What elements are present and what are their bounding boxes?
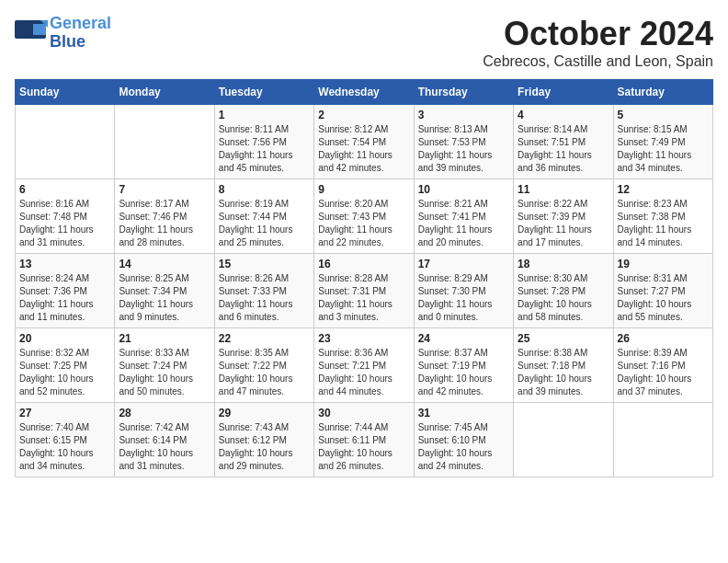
calendar-cell: 11Sunrise: 8:22 AM Sunset: 7:39 PM Dayli… bbox=[514, 179, 613, 254]
weekday-header-thursday: Thursday bbox=[414, 80, 513, 105]
weekday-header-wednesday: Wednesday bbox=[314, 80, 414, 105]
day-number: 7 bbox=[119, 183, 210, 196]
calendar-cell: 15Sunrise: 8:26 AM Sunset: 7:33 PM Dayli… bbox=[214, 254, 313, 328]
day-info: Sunrise: 8:25 AM Sunset: 7:34 PM Dayligh… bbox=[119, 272, 210, 324]
day-info: Sunrise: 8:16 AM Sunset: 7:48 PM Dayligh… bbox=[19, 198, 110, 249]
day-info: Sunrise: 7:45 AM Sunset: 6:10 PM Dayligh… bbox=[418, 421, 509, 473]
calendar-cell: 13Sunrise: 8:24 AM Sunset: 7:36 PM Dayli… bbox=[16, 254, 115, 328]
day-info: Sunrise: 8:39 AM Sunset: 7:16 PM Dayligh… bbox=[618, 347, 709, 398]
day-info: Sunrise: 8:32 AM Sunset: 7:25 PM Dayligh… bbox=[19, 347, 110, 398]
day-number: 10 bbox=[418, 183, 509, 196]
calendar-cell: 22Sunrise: 8:35 AM Sunset: 7:22 PM Dayli… bbox=[214, 328, 313, 403]
calendar-cell: 9Sunrise: 8:20 AM Sunset: 7:43 PM Daylig… bbox=[314, 179, 414, 254]
calendar-cell: 18Sunrise: 8:30 AM Sunset: 7:28 PM Dayli… bbox=[514, 254, 613, 328]
day-info: Sunrise: 8:24 AM Sunset: 7:36 PM Dayligh… bbox=[19, 272, 110, 324]
day-number: 13 bbox=[19, 258, 110, 270]
day-info: Sunrise: 8:35 AM Sunset: 7:22 PM Dayligh… bbox=[219, 347, 310, 398]
day-number: 6 bbox=[19, 183, 110, 196]
title-block: October 2024 Cebrecos, Castille and Leon… bbox=[483, 15, 713, 70]
day-number: 25 bbox=[518, 332, 609, 345]
day-info: Sunrise: 7:42 AM Sunset: 6:14 PM Dayligh… bbox=[119, 421, 210, 473]
calendar-cell: 31Sunrise: 7:45 AM Sunset: 6:10 PM Dayli… bbox=[414, 403, 513, 477]
day-info: Sunrise: 8:26 AM Sunset: 7:33 PM Dayligh… bbox=[219, 272, 310, 324]
weekday-header-row: SundayMondayTuesdayWednesdayThursdayFrid… bbox=[16, 80, 713, 105]
day-number: 24 bbox=[418, 332, 509, 345]
calendar-cell: 29Sunrise: 7:43 AM Sunset: 6:12 PM Dayli… bbox=[214, 403, 313, 477]
calendar-cell: 7Sunrise: 8:17 AM Sunset: 7:46 PM Daylig… bbox=[115, 179, 214, 254]
day-number: 15 bbox=[219, 258, 310, 270]
day-number: 9 bbox=[318, 183, 409, 196]
calendar-cell: 30Sunrise: 7:44 AM Sunset: 6:11 PM Dayli… bbox=[314, 403, 414, 477]
day-number: 8 bbox=[219, 183, 310, 196]
calendar-cell bbox=[613, 403, 712, 477]
week-row-2: 6Sunrise: 8:16 AM Sunset: 7:48 PM Daylig… bbox=[16, 179, 713, 254]
day-number: 12 bbox=[618, 183, 709, 196]
svg-marker-1 bbox=[33, 24, 46, 35]
day-number: 23 bbox=[318, 332, 409, 345]
weekday-header-friday: Friday bbox=[514, 80, 613, 105]
calendar-cell: 4Sunrise: 8:14 AM Sunset: 7:51 PM Daylig… bbox=[514, 105, 613, 179]
day-number: 18 bbox=[518, 258, 609, 270]
day-info: Sunrise: 7:40 AM Sunset: 6:15 PM Dayligh… bbox=[19, 421, 110, 473]
calendar-cell: 20Sunrise: 8:32 AM Sunset: 7:25 PM Dayli… bbox=[16, 328, 115, 403]
logo: GeneralBlue bbox=[15, 15, 111, 52]
day-number: 21 bbox=[119, 332, 210, 345]
logo-text: GeneralBlue bbox=[50, 15, 111, 52]
subtitle: Cebrecos, Castille and Leon, Spain bbox=[483, 53, 713, 70]
calendar-cell: 25Sunrise: 8:38 AM Sunset: 7:18 PM Dayli… bbox=[514, 328, 613, 403]
day-number: 14 bbox=[119, 258, 210, 270]
day-number: 31 bbox=[418, 407, 509, 419]
day-info: Sunrise: 8:30 AM Sunset: 7:28 PM Dayligh… bbox=[518, 272, 609, 324]
calendar-cell: 28Sunrise: 7:42 AM Sunset: 6:14 PM Dayli… bbox=[115, 403, 214, 477]
calendar-cell: 12Sunrise: 8:23 AM Sunset: 7:38 PM Dayli… bbox=[613, 179, 712, 254]
day-number: 4 bbox=[518, 109, 609, 121]
day-info: Sunrise: 8:17 AM Sunset: 7:46 PM Dayligh… bbox=[119, 198, 210, 249]
calendar-cell: 16Sunrise: 8:28 AM Sunset: 7:31 PM Dayli… bbox=[314, 254, 414, 328]
day-number: 19 bbox=[618, 258, 709, 270]
calendar-cell: 1Sunrise: 8:11 AM Sunset: 7:56 PM Daylig… bbox=[214, 105, 313, 179]
calendar-cell: 6Sunrise: 8:16 AM Sunset: 7:48 PM Daylig… bbox=[16, 179, 115, 254]
day-number: 2 bbox=[318, 109, 409, 121]
day-info: Sunrise: 8:38 AM Sunset: 7:18 PM Dayligh… bbox=[518, 347, 609, 398]
day-info: Sunrise: 8:31 AM Sunset: 7:27 PM Dayligh… bbox=[618, 272, 709, 324]
calendar-cell: 10Sunrise: 8:21 AM Sunset: 7:41 PM Dayli… bbox=[414, 179, 513, 254]
calendar-cell: 8Sunrise: 8:19 AM Sunset: 7:44 PM Daylig… bbox=[214, 179, 313, 254]
calendar-cell: 23Sunrise: 8:36 AM Sunset: 7:21 PM Dayli… bbox=[314, 328, 414, 403]
week-row-3: 13Sunrise: 8:24 AM Sunset: 7:36 PM Dayli… bbox=[16, 254, 713, 328]
day-info: Sunrise: 8:11 AM Sunset: 7:56 PM Dayligh… bbox=[219, 123, 310, 175]
month-title: October 2024 bbox=[483, 15, 713, 53]
day-info: Sunrise: 8:14 AM Sunset: 7:51 PM Dayligh… bbox=[518, 123, 609, 175]
day-info: Sunrise: 8:36 AM Sunset: 7:21 PM Dayligh… bbox=[318, 347, 409, 398]
calendar-cell: 21Sunrise: 8:33 AM Sunset: 7:24 PM Dayli… bbox=[115, 328, 214, 403]
day-info: Sunrise: 8:12 AM Sunset: 7:54 PM Dayligh… bbox=[318, 123, 409, 175]
day-number: 17 bbox=[418, 258, 509, 270]
calendar-cell bbox=[16, 105, 115, 179]
day-number: 16 bbox=[318, 258, 409, 270]
day-info: Sunrise: 8:21 AM Sunset: 7:41 PM Dayligh… bbox=[418, 198, 509, 249]
header: GeneralBlue October 2024 Cebrecos, Casti… bbox=[15, 15, 713, 70]
weekday-header-sunday: Sunday bbox=[16, 80, 115, 105]
calendar-cell: 26Sunrise: 8:39 AM Sunset: 7:16 PM Dayli… bbox=[613, 328, 712, 403]
day-info: Sunrise: 8:15 AM Sunset: 7:49 PM Dayligh… bbox=[618, 123, 709, 175]
day-number: 27 bbox=[19, 407, 110, 419]
calendar-table: SundayMondayTuesdayWednesdayThursdayFrid… bbox=[15, 79, 713, 477]
day-number: 20 bbox=[19, 332, 110, 345]
calendar-cell: 19Sunrise: 8:31 AM Sunset: 7:27 PM Dayli… bbox=[613, 254, 712, 328]
week-row-4: 20Sunrise: 8:32 AM Sunset: 7:25 PM Dayli… bbox=[16, 328, 713, 403]
day-info: Sunrise: 8:13 AM Sunset: 7:53 PM Dayligh… bbox=[418, 123, 509, 175]
day-info: Sunrise: 8:29 AM Sunset: 7:30 PM Dayligh… bbox=[418, 272, 509, 324]
day-info: Sunrise: 8:19 AM Sunset: 7:44 PM Dayligh… bbox=[219, 198, 310, 249]
day-number: 22 bbox=[219, 332, 310, 345]
day-number: 28 bbox=[119, 407, 210, 419]
calendar-cell: 24Sunrise: 8:37 AM Sunset: 7:19 PM Dayli… bbox=[414, 328, 513, 403]
day-number: 1 bbox=[219, 109, 310, 121]
day-info: Sunrise: 8:23 AM Sunset: 7:38 PM Dayligh… bbox=[618, 198, 709, 249]
day-info: Sunrise: 8:37 AM Sunset: 7:19 PM Dayligh… bbox=[418, 347, 509, 398]
calendar-cell: 14Sunrise: 8:25 AM Sunset: 7:34 PM Dayli… bbox=[115, 254, 214, 328]
day-number: 5 bbox=[618, 109, 709, 121]
day-info: Sunrise: 8:20 AM Sunset: 7:43 PM Dayligh… bbox=[318, 198, 409, 249]
calendar-cell: 2Sunrise: 8:12 AM Sunset: 7:54 PM Daylig… bbox=[314, 105, 414, 179]
day-number: 3 bbox=[418, 109, 509, 121]
week-row-1: 1Sunrise: 8:11 AM Sunset: 7:56 PM Daylig… bbox=[16, 105, 713, 179]
day-info: Sunrise: 7:44 AM Sunset: 6:11 PM Dayligh… bbox=[318, 421, 409, 473]
